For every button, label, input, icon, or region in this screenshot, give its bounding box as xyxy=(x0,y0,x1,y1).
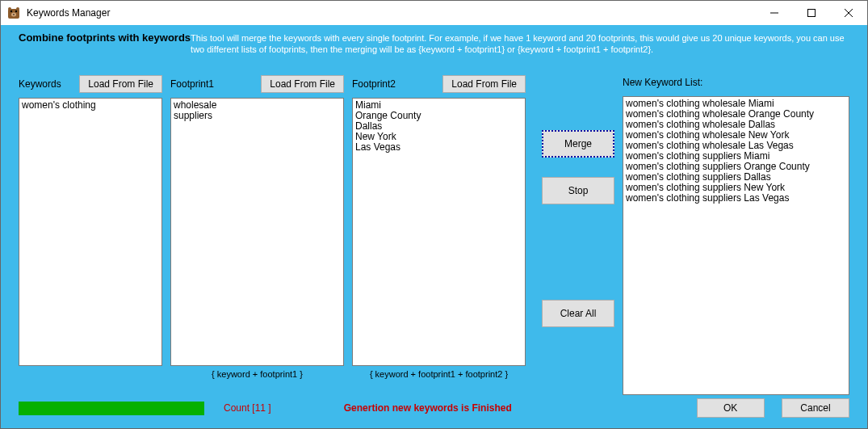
minimize-button[interactable] xyxy=(756,1,793,25)
new-keyword-list-output[interactable]: women's clothing wholesale Miami women's… xyxy=(623,96,849,395)
count-label: Count [11 ] xyxy=(224,402,271,414)
ok-button[interactable]: OK xyxy=(697,398,765,418)
new-keyword-list-label: New Keyword List: xyxy=(623,74,849,88)
clear-all-button[interactable]: Clear All xyxy=(542,300,614,327)
stop-button[interactable]: Stop xyxy=(542,177,614,204)
cancel-button[interactable]: Cancel xyxy=(782,398,849,418)
maximize-button[interactable] xyxy=(793,1,830,25)
titlebar: Keywords Manager xyxy=(1,1,867,25)
status-label: Genertion new keywords is Finished xyxy=(344,402,512,414)
svg-point-4 xyxy=(13,14,15,15)
window-title: Keywords Manager xyxy=(27,7,756,19)
footprint2-hint: { keyword + footprint1 + footprint2 } xyxy=(352,369,526,379)
progress-fill xyxy=(19,402,204,415)
footprint1-hint: { keyword + footprint1 } xyxy=(170,369,344,379)
footprint1-label: Footprint1 xyxy=(170,78,214,90)
svg-point-6 xyxy=(16,7,19,11)
progress-bar xyxy=(19,402,204,415)
page-description: This tool will merge the keywords with e… xyxy=(191,32,849,55)
svg-point-2 xyxy=(15,11,17,12)
load-keywords-button[interactable]: Load From File xyxy=(79,75,162,93)
footprint2-input[interactable] xyxy=(352,98,526,366)
page-heading: Combine footprints with keywords xyxy=(19,32,191,44)
svg-point-5 xyxy=(8,7,11,11)
svg-point-1 xyxy=(10,11,12,12)
load-footprint1-button[interactable]: Load From File xyxy=(261,75,344,93)
close-button[interactable] xyxy=(830,1,867,25)
load-footprint2-button[interactable]: Load From File xyxy=(442,75,526,93)
footprint2-label: Footprint2 xyxy=(352,78,396,90)
svg-rect-8 xyxy=(808,10,816,17)
keywords-input[interactable] xyxy=(19,98,162,366)
merge-button[interactable]: Merge xyxy=(542,130,614,158)
keywords-label: Keywords xyxy=(19,78,61,90)
app-icon xyxy=(7,6,20,19)
footprint1-input[interactable] xyxy=(170,98,344,366)
